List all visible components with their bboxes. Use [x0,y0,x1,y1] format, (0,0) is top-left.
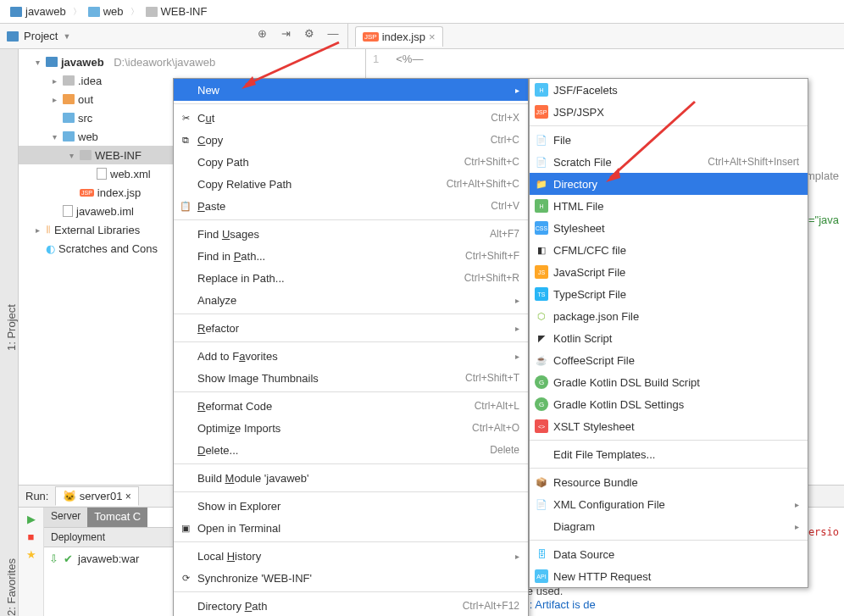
css-icon: CSS [535,221,548,235]
gradle-icon: G [535,397,548,411]
scratch-icon: 📄 [535,155,548,169]
menu-reformat[interactable]: Reformat CodeCtrl+Alt+L [174,395,528,417]
cfml-icon: ◧ [535,243,548,257]
submenu-resource[interactable]: 📦Resource Bundle [530,471,808,493]
menu-build[interactable]: Build Module 'javaweb' [174,467,528,489]
project-label-text: Project [24,30,58,42]
coffee-icon: ☕ [535,353,548,367]
submenu-html[interactable]: HHTML File [530,195,808,217]
menu-cut[interactable]: ✂CutCtrl+X [174,107,528,129]
jsf-icon: H [535,83,548,97]
console-err: ersio [808,526,839,538]
submenu-jsf[interactable]: HJSF/Facelets [530,79,808,101]
scissors-icon: ✂ [179,111,192,125]
submenu-jspx[interactable]: JSPJSP/JSPX [530,101,808,123]
run-label: Run: [25,490,48,502]
xml-icon: 📄 [535,497,548,511]
menu-new[interactable]: New▸ [174,79,528,101]
submenu-kotlin[interactable]: ◤Kotlin Script [530,327,808,349]
menu-paste[interactable]: 📋PasteCtrl+V [174,195,528,217]
breadcrumb-sep: 〉 [130,6,139,18]
module-icon [46,57,58,67]
submenu-cfml[interactable]: ◧CFML/CFC file [530,239,808,261]
project-icon [7,31,19,42]
project-toolwindow-label[interactable]: Project ▼ [0,24,169,48]
menu-refactor[interactable]: Refactor▸ [174,317,528,339]
gradle-icon: G [535,375,548,389]
file-icon: 📄 [535,133,548,147]
datasource-icon: 🗄 [535,547,548,561]
mark-icon[interactable]: ★ [26,548,36,561]
menu-history[interactable]: Local History▸ [174,545,528,567]
menu-thumbs[interactable]: Show Image ThumbnailsCtrl+Shift+T [174,367,528,389]
submenu-js[interactable]: JSJavaScript File [530,261,808,283]
submenu-gradle1[interactable]: GGradle Kotlin DSL Build Script [530,371,808,393]
context-menu: New▸ ✂CutCtrl+X ⧉CopyCtrl+C Copy PathCtr… [173,78,529,616]
menu-addfav[interactable]: Add to Favorites▸ [174,345,528,367]
run-config-tab[interactable]: 🐱 server01 × [55,486,138,506]
breadcrumb-root[interactable]: javaweb [7,3,69,19]
copy-icon: ⧉ [179,133,192,147]
breadcrumb-webinf[interactable]: WEB-INF [142,3,211,19]
paste-icon: 📋 [179,199,192,213]
dropdown-icon: ▼ [63,32,70,41]
menu-analyze[interactable]: Analyze▸ [174,289,528,311]
submenu-scratch[interactable]: 📄Scratch FileCtrl+Alt+Shift+Insert [530,151,808,173]
menu-replacepath[interactable]: Replace in Path...Ctrl+Shift+R [174,267,528,289]
folder-icon [146,7,158,17]
tomcat-icon: 🐱 [63,490,76,502]
breadcrumb-web[interactable]: web [85,3,127,19]
menu-optimize[interactable]: Optimize ImportsCtrl+Alt+O [174,417,528,439]
menu-findpath[interactable]: Find in Path...Ctrl+Shift+F [174,245,528,267]
menu-copy[interactable]: ⧉CopyCtrl+C [174,129,528,151]
menu-copypath[interactable]: Copy PathCtrl+Shift+C [174,151,528,173]
menu-findusages[interactable]: Find UsagesAlt+F7 [174,223,528,245]
npm-icon: ⬡ [535,309,548,323]
jsp-icon: JSP [535,105,548,119]
folder-icon [63,131,75,142]
menu-terminal[interactable]: ▣Open in Terminal [174,517,528,539]
stop-icon[interactable]: ■ [28,530,35,543]
server-tab[interactable]: Server [44,508,87,527]
tree-root[interactable]: ▾javaweb D:\ideawork\javaweb [19,53,365,71]
ts-icon: TS [535,287,548,301]
terminal-icon: ▣ [179,521,192,535]
toolbar: Project ▼ ⊕ ⇥ ⚙ — JSP index.jsp × [0,24,844,49]
collapse-icon[interactable]: ⇥ [278,27,293,40]
submenu-ts[interactable]: TSTypeScript File [530,283,808,305]
submenu-directory[interactable]: 📁Directory [530,173,808,195]
menu-sync[interactable]: ⟳Synchronize 'WEB-INF' [174,567,528,589]
submenu-diagram[interactable]: Diagram▸ [530,515,808,537]
submenu-datasrc[interactable]: 🗄Data Source [530,543,808,565]
scratch-icon: ◐ [46,242,55,255]
editor-tab[interactable]: JSP index.jsp × [355,26,443,47]
menu-delete[interactable]: Delete...Delete [174,439,528,461]
api-icon: API [535,569,548,583]
rerun-icon[interactable]: ▶ [27,513,36,525]
submenu-xslt[interactable]: <>XSLT Stylesheet [530,415,808,437]
menu-explorer[interactable]: Show in Explorer [174,495,528,517]
submenu-coffee[interactable]: ☕CoffeeScript File [530,349,808,371]
menu-dirpath[interactable]: Directory PathCtrl+Alt+F12 [174,595,528,616]
tomcat-tab[interactable]: Tomcat C [87,508,147,527]
submenu-xmlcfg[interactable]: 📄XML Configuration File▸ [530,493,808,515]
folder-icon [88,7,100,17]
submenu-file[interactable]: 📄File [530,129,808,151]
submenu-pkg[interactable]: ⬡package.json File [530,305,808,327]
gutter-favorites[interactable]: 2: Favorites [5,490,18,616]
minimize-icon[interactable]: — [325,27,341,40]
gear-icon[interactable]: ⚙ [302,27,317,40]
target-icon[interactable]: ⊕ [254,27,269,40]
close-tab-icon[interactable]: × [429,31,436,43]
left-gutter-bottom[interactable]: 2: Favorites [0,485,19,616]
submenu-http[interactable]: APINew HTTP Request [530,565,808,587]
folder-icon: 📁 [535,177,548,191]
submenu-css[interactable]: CSSStylesheet [530,217,808,239]
submenu-gradle2[interactable]: GGradle Kotlin DSL Settings [530,393,808,415]
breadcrumb-sep: 〉 [73,6,81,18]
menu-copyrel[interactable]: Copy Relative PathCtrl+Alt+Shift+C [174,173,528,195]
bundle-icon: 📦 [535,475,548,489]
submenu-edittpl[interactable]: Edit File Templates... [530,443,808,465]
xslt-icon: <> [535,419,548,433]
deploy-icon: ⇩ [49,552,58,565]
